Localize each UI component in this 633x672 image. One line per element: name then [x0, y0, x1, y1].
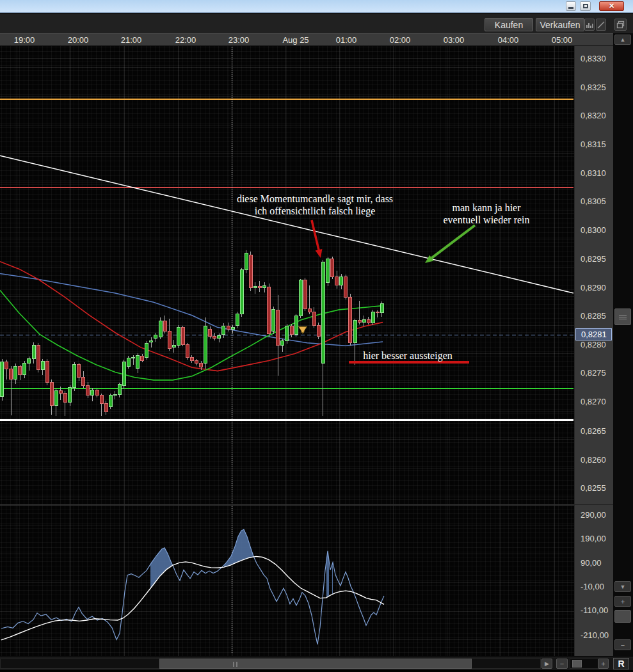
trendline-tool-icon: [597, 21, 605, 29]
scroll-right-button[interactable]: ▶: [541, 659, 552, 669]
candle-body: [19, 367, 22, 375]
candle-body: [59, 390, 62, 394]
candle-body: [141, 356, 144, 360]
candle-body: [204, 326, 207, 363]
time-label: Aug 25: [282, 35, 308, 45]
price-label: 0,8330: [581, 54, 606, 63]
candle-body: [358, 320, 361, 323]
candle-body: [41, 361, 44, 369]
candle-body: [145, 344, 148, 358]
close-button[interactable]: ✕: [599, 1, 624, 11]
sell-button[interactable]: Verkaufen: [536, 18, 584, 31]
reset-button[interactable]: R: [613, 658, 629, 669]
candle-body: [82, 378, 85, 386]
price-axis[interactable]: 0,8281 0,83300,83250,83200,83150,83100,8…: [574, 46, 613, 656]
candle-body: [68, 388, 72, 403]
time-label: 22:00: [175, 35, 196, 45]
price-label: 0,8325: [581, 83, 606, 92]
candle-body: [91, 390, 94, 395]
reentry-arrow: [431, 225, 475, 258]
candle-body: [77, 365, 81, 378]
title-bar: ✕: [0, 0, 633, 13]
candle-body: [344, 276, 348, 297]
candle-body: [276, 310, 280, 346]
candle-body: [195, 361, 198, 364]
candle-body: [249, 255, 252, 288]
trendline-tool-button[interactable]: [596, 19, 606, 31]
price-scrollbar-thumb[interactable]: [614, 308, 631, 325]
price-label: 0,8255: [581, 483, 606, 493]
candle-body: [100, 395, 103, 403]
vertical-zoom-thumb[interactable]: [614, 610, 631, 623]
momentum-arrow-head: [316, 249, 323, 258]
chart-plot-area[interactable]: [0, 46, 574, 656]
time-label: 05:00: [552, 35, 573, 45]
price-label: 290,00: [581, 510, 606, 520]
price-label: 0,8265: [581, 426, 606, 436]
annotation-exit[interactable]: hier besser aussteigen: [363, 349, 453, 362]
candle-body: [118, 384, 121, 394]
time-label: 03:00: [444, 35, 465, 45]
maximize-button[interactable]: [580, 1, 591, 11]
right-scroll-strip: ▲ ▼ + −: [613, 33, 633, 656]
candle-body: [371, 312, 374, 323]
price-label: 0,8275: [581, 368, 606, 378]
candle-body: [36, 345, 40, 370]
candle-body: [227, 326, 230, 330]
time-label: 23:00: [228, 35, 250, 45]
candle-body: [86, 385, 90, 395]
annotation-reentry[interactable]: man kann ja hier eventuell wieder rein: [443, 202, 529, 226]
candle-body: [172, 345, 175, 348]
scroll-down-button[interactable]: ▼: [614, 581, 631, 592]
time-axis[interactable]: 19:0020:0021:0022:0023:00Aug 2501:0002:0…: [0, 33, 613, 46]
candle-body: [177, 328, 180, 346]
price-label: 90,00: [581, 558, 602, 568]
scroll-up-button[interactable]: ▲: [614, 35, 631, 45]
candle-body: [45, 361, 49, 382]
vertical-zoom-in-button[interactable]: +: [614, 596, 631, 607]
candle-body: [200, 363, 203, 367]
horizontal-zoom-in-button[interactable]: +: [598, 659, 609, 669]
ma-red: [0, 262, 383, 371]
candle-body: [104, 404, 108, 412]
candle-body: [340, 276, 343, 285]
horizontal-zoom-thumb[interactable]: [572, 660, 582, 668]
pane-divider: [0, 504, 613, 506]
candle-body: [50, 383, 53, 406]
candle-body: [253, 286, 257, 288]
candle-body: [294, 316, 298, 335]
volume-bars-button[interactable]: [584, 19, 595, 31]
candle-body: [54, 390, 58, 405]
candle-body: [213, 336, 216, 339]
minimize-button[interactable]: [566, 1, 576, 11]
candle-body: [331, 259, 334, 276]
time-label: 21:00: [121, 35, 142, 45]
horizontal-scrollbar-thumb[interactable]: [159, 659, 472, 669]
candle-body: [23, 363, 26, 375]
candle-body: [362, 319, 365, 323]
candle-body: [236, 314, 239, 326]
ema-green: [0, 291, 383, 380]
candle-body: [349, 297, 352, 343]
minimize-icon: [568, 7, 573, 9]
price-label: 0,8310: [581, 168, 606, 178]
candle-body: [259, 286, 262, 288]
candle-body: [268, 287, 271, 333]
cascade-windows-button[interactable]: [614, 19, 627, 31]
horizontal-zoom-track[interactable]: [570, 659, 599, 669]
price-label: -110,00: [581, 605, 608, 615]
buy-button[interactable]: Kaufen: [485, 18, 533, 31]
candle-body: [290, 326, 293, 335]
price-label: 0,8305: [581, 196, 606, 206]
vertical-zoom-out-button[interactable]: −: [614, 639, 631, 650]
price-label: 0,8280: [581, 340, 606, 349]
candle-body: [10, 369, 13, 379]
annotation-momentum[interactable]: diese Momentumcandle sagt mir, dass ich …: [237, 193, 393, 217]
cascade-windows-icon: [616, 20, 625, 29]
time-label: 19:00: [14, 35, 35, 45]
horizontal-zoom-out-button[interactable]: −: [556, 659, 568, 669]
candle-body: [122, 362, 125, 386]
price-label: 0,8290: [581, 283, 606, 292]
candle-body: [132, 357, 135, 358]
price-label: 0,8300: [581, 225, 606, 235]
